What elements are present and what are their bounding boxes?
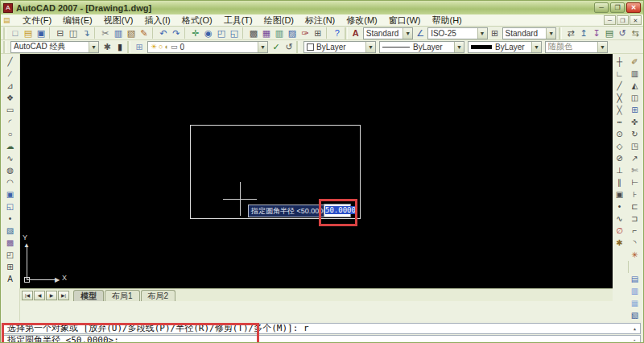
toolbar-grip[interactable]	[127, 41, 130, 53]
toolbar1-right-icon-6[interactable]: ⇆	[629, 27, 642, 39]
text-style-combo[interactable]: Standard ▼	[363, 27, 413, 39]
rotate-icon[interactable]: ↻	[628, 128, 642, 140]
dim-style-icon[interactable]: ∠	[415, 27, 426, 39]
point-icon[interactable]: •	[3, 213, 17, 225]
snap-midpoint-icon[interactable]: ╱	[613, 80, 626, 92]
ellipse-arc-icon[interactable]: ◠	[3, 176, 17, 188]
workspace-settings-icon[interactable]: ✱	[101, 40, 114, 53]
new-file-icon[interactable]: □	[9, 27, 22, 39]
make-object-layer-current-icon[interactable]: ✓	[270, 40, 283, 53]
chevron-down-icon[interactable]: ▼	[597, 42, 607, 52]
toolbar-grip[interactable]	[3, 41, 6, 53]
menu-help[interactable]: 帮助(H)	[427, 14, 468, 27]
designcenter-icon[interactable]: ▦	[260, 27, 273, 39]
undo-icon[interactable]: ↶	[157, 27, 170, 39]
dynamic-input-field[interactable]: 50.0000	[324, 204, 351, 217]
tab-nav-last[interactable]: ▶|	[58, 291, 69, 300]
tool-palettes-icon[interactable]: ▥	[273, 27, 286, 39]
layer-lock-icon[interactable]: ◐	[165, 43, 169, 51]
toolbar-grip[interactable]	[296, 41, 299, 53]
layer-properties-manager-icon[interactable]: ⊞	[133, 40, 146, 53]
layer-plot-icon[interactable]: ▭	[171, 43, 178, 51]
zoom-window-icon[interactable]: ◰	[215, 27, 228, 39]
fillet-icon[interactable]: ◝	[628, 237, 642, 249]
menu-view[interactable]: 视图(V)	[98, 14, 139, 27]
chamfer-icon[interactable]: ⌐	[628, 225, 642, 237]
snap-apparent-intersection-icon[interactable]: ╳	[613, 104, 626, 116]
toolbar-grip[interactable]	[3, 27, 6, 39]
snap-intersection-icon[interactable]: ╳	[613, 92, 626, 104]
match-properties-icon[interactable]: ✎	[138, 27, 151, 39]
snap-insert-icon[interactable]: ▣	[613, 188, 626, 200]
toolbar1-right-icon-4[interactable]: ▤	[603, 27, 616, 39]
toolbar1-right-icon-1[interactable]: ⇄	[564, 27, 577, 39]
offset-icon[interactable]: ◫	[628, 92, 642, 104]
tab-nav-next[interactable]: ▶	[46, 291, 57, 300]
plotstyle-combo[interactable]: 随颜色 ▼	[545, 41, 608, 53]
markup-icon[interactable]: ✑	[299, 27, 312, 39]
draworder-above-icon[interactable]: ▦	[628, 297, 642, 309]
toolbar-grip[interactable]	[345, 27, 348, 39]
snap-from-icon[interactable]: ┼	[613, 56, 626, 68]
scale-icon[interactable]: ◳	[628, 140, 642, 152]
toolbar1-right-icon-5[interactable]: ↺	[616, 27, 629, 39]
chevron-down-icon[interactable]: ▼	[477, 28, 487, 39]
ellipse-icon[interactable]: ◍	[3, 164, 17, 176]
chevron-down-icon[interactable]: ▼	[89, 42, 98, 52]
join-icon[interactable]: ⊐	[628, 213, 642, 225]
close-button[interactable]: ✕	[626, 2, 641, 13]
table-style-combo[interactable]: Standard ▼	[502, 27, 557, 39]
paste-icon[interactable]: ▧	[125, 27, 138, 39]
region-icon[interactable]: ◰	[3, 249, 17, 261]
explode-icon[interactable]: ✳	[628, 249, 642, 261]
command-scrollbar[interactable]: ▲ ▼	[630, 324, 639, 333]
pan-icon[interactable]: ✛	[189, 27, 202, 39]
save-file-icon[interactable]: ▣	[35, 27, 47, 39]
break-at-point-icon[interactable]: ⊦	[628, 188, 642, 200]
cut-icon[interactable]: ✂	[99, 27, 112, 39]
menu-format[interactable]: 格式(O)	[176, 14, 218, 27]
chevron-down-icon[interactable]: ▼	[454, 42, 464, 52]
snap-perpendicular-icon[interactable]: ⊥	[613, 164, 626, 176]
gradient-icon[interactable]: ▩	[3, 237, 17, 249]
mdi-close-button[interactable]: ✕	[630, 15, 642, 25]
copy-icon[interactable]: ▥	[112, 27, 125, 39]
snap-nearest-icon[interactable]: ∿	[613, 213, 626, 225]
publish-icon[interactable]: ↴	[80, 27, 93, 39]
workspace-combo[interactable]: AutoCAD 经典 ▼	[10, 41, 99, 53]
chevron-down-icon[interactable]: ▼	[402, 28, 412, 39]
menu-file[interactable]: 文件(F)	[17, 14, 57, 27]
spline-icon[interactable]: ∿	[3, 152, 17, 164]
arc-icon[interactable]: ◜	[3, 116, 17, 128]
insert-block-icon[interactable]: ▣	[3, 188, 17, 200]
plot-preview-icon[interactable]: ◫	[67, 27, 80, 39]
linetype-combo[interactable]: ByLayer ▼	[379, 41, 464, 53]
chevron-down-icon[interactable]: ▼	[258, 42, 267, 52]
construction-line-icon[interactable]: ∕	[3, 68, 17, 80]
layer-freeze-icon[interactable]: ○	[159, 43, 163, 51]
help-icon[interactable]: ?	[331, 27, 344, 39]
draworder-under-icon[interactable]: ▧	[628, 309, 642, 321]
snap-node-icon[interactable]: •	[613, 200, 626, 213]
erase-icon[interactable]: ✐	[628, 56, 642, 68]
circle-icon[interactable]: ○	[3, 128, 17, 140]
multiline-text-icon[interactable]: A	[3, 273, 17, 285]
menu-dimension[interactable]: 标注(N)	[299, 14, 341, 27]
copy-object-icon[interactable]: ▥	[628, 68, 642, 80]
stretch-icon[interactable]: ↗	[628, 152, 642, 164]
scroll-down-icon[interactable]: ▼	[630, 333, 639, 334]
snap-extension-icon[interactable]: ┅	[613, 116, 626, 128]
tab-layout2[interactable]: 布局2	[141, 290, 176, 301]
table-icon[interactable]: ⊞	[3, 261, 17, 273]
snap-quadrant-icon[interactable]: ◇	[613, 140, 626, 152]
save-workspace-icon[interactable]: ▮	[114, 40, 126, 53]
text-style-icon[interactable]: A	[350, 27, 361, 39]
draworder-back-icon[interactable]: ▥	[628, 285, 642, 297]
make-block-icon[interactable]: ◱	[3, 200, 17, 213]
menu-tools[interactable]: 工具(T)	[218, 14, 258, 27]
minimize-button[interactable]: ─	[594, 2, 609, 13]
chevron-down-icon[interactable]: ▼	[546, 28, 555, 39]
mdi-minimize-button[interactable]: ─	[604, 15, 616, 25]
menu-insert[interactable]: 插入(I)	[138, 14, 175, 27]
layer-combo[interactable]: ☀○◐▭ 0 ▼	[147, 41, 268, 53]
